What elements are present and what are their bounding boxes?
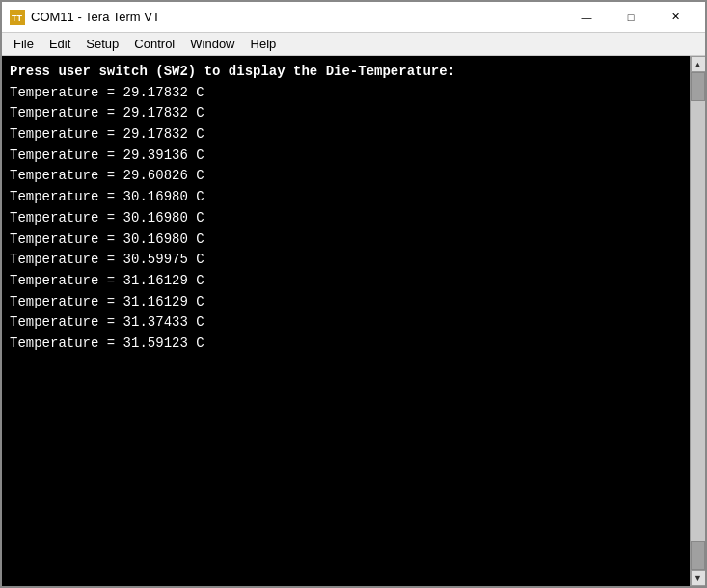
svg-text:TT: TT [12,13,22,23]
terminal-line-8: Temperature = 30.59975 C [10,250,682,271]
menu-control[interactable]: Control [126,35,182,53]
window-title: COM11 - Tera Term VT [31,10,564,24]
menu-edit[interactable]: Edit [41,35,78,53]
menu-window[interactable]: Window [182,35,242,53]
restore-button[interactable]: □ [609,2,653,33]
terminal-container: Press user switch (SW2) to display the D… [2,56,705,586]
scroll-thumb-top[interactable] [691,72,705,101]
menu-setup[interactable]: Setup [78,35,126,53]
terminal-line-3: Temperature = 29.39136 C [10,146,682,167]
menubar: File Edit Setup Control Window Help [2,33,705,56]
terminal-line-2: Temperature = 29.17832 C [10,124,682,146]
terminal-line-7: Temperature = 30.16980 C [10,229,682,251]
terminal-output[interactable]: Press user switch (SW2) to display the D… [2,56,690,586]
terminal-header-line: Press user switch (SW2) to display the D… [10,62,682,83]
terminal-line-11: Temperature = 31.37433 C [10,312,682,334]
terminal-line-0: Temperature = 29.17832 C [10,83,682,104]
scroll-track[interactable] [691,72,705,570]
titlebar: TT COM11 - Tera Term VT — □ ✕ [2,2,705,33]
terminal-line-1: Temperature = 29.17832 C [10,103,682,124]
menu-help[interactable]: Help [243,35,285,53]
app-icon: TT [10,10,25,25]
terminal-line-5: Temperature = 30.16980 C [10,187,682,208]
terminal-line-9: Temperature = 31.16129 C [10,271,682,292]
scroll-down-button[interactable]: ▼ [691,570,706,586]
main-window: TT COM11 - Tera Term VT — □ ✕ File Edit … [0,0,707,588]
terminal-line-10: Temperature = 31.16129 C [10,292,682,313]
terminal-line-4: Temperature = 29.60826 C [10,166,682,187]
scroll-thumb-bottom[interactable] [691,541,705,570]
terminal-line-6: Temperature = 30.16980 C [10,208,682,229]
window-controls: — □ ✕ [564,2,697,33]
terminal-line-12: Temperature = 31.59123 C [10,334,682,355]
minimize-button[interactable]: — [564,2,609,33]
vertical-scrollbar: ▲ ▼ [690,56,705,586]
menu-file[interactable]: File [6,35,41,53]
scroll-up-button[interactable]: ▲ [691,56,706,72]
close-button[interactable]: ✕ [653,2,697,33]
